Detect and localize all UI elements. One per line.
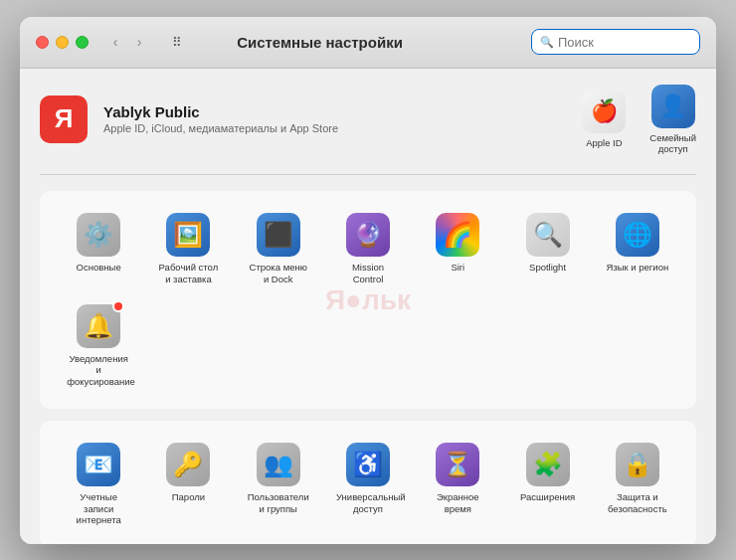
- titlebar: ‹ › ⠿ Системные настройки 🔍: [20, 17, 716, 69]
- item-passwords[interactable]: 🔑 Пароли: [145, 437, 231, 531]
- item-spotlight[interactable]: 🔍 Spotlight: [504, 207, 590, 290]
- osnovy-icon: ⚙️: [77, 213, 120, 257]
- security-icon: 🔒: [616, 443, 659, 486]
- mission-icon: 🔮: [346, 213, 390, 257]
- notif-badge: [112, 300, 124, 312]
- item-desktop[interactable]: 🖼️ Рабочий стол и заставка: [145, 207, 231, 290]
- item-security[interactable]: 🔒 Защита и безопасность: [595, 437, 680, 531]
- extensions-icon: 🧩: [526, 443, 570, 486]
- family-button[interactable]: 👤 Семейный доступ: [649, 85, 696, 155]
- screen-icon: ⏳: [436, 443, 479, 486]
- traffic-lights: [36, 36, 89, 49]
- item-osnovy[interactable]: ⚙️ Основные: [56, 207, 141, 290]
- item-siri[interactable]: 🌈 Siri: [415, 207, 500, 290]
- item-accounts[interactable]: 📧 Учетные записи интернета: [56, 437, 141, 531]
- item-notif[interactable]: 🔔 Уведомления и фокусирование: [56, 298, 141, 393]
- divider-1: [40, 174, 696, 175]
- grid-2: 📧 Учетные записи интернета 🔑 Пароли 👥 По…: [56, 437, 680, 531]
- item-screen[interactable]: ⏳ Экранное время: [415, 437, 500, 531]
- passwords-icon: 🔑: [166, 443, 210, 486]
- section-1: Я●льк ⚙️ Основные 🖼️ Рабочий стол и заст…: [40, 191, 696, 409]
- system-preferences-window: ‹ › ⠿ Системные настройки 🔍 Я Yablyk Pub…: [20, 17, 716, 544]
- user-name: Yablyk Public: [103, 103, 566, 120]
- user-info: Yablyk Public Apple ID, iCloud, медиамат…: [103, 103, 566, 134]
- family-icon: 👤: [651, 85, 695, 128]
- item-dock[interactable]: ⬛ Строка меню и Dock: [236, 207, 321, 290]
- dock-icon: ⬛: [257, 213, 300, 257]
- siri-icon: 🌈: [436, 213, 479, 257]
- item-extensions[interactable]: 🧩 Расширения: [504, 437, 590, 531]
- apple-id-icon: 🍎: [582, 90, 626, 133]
- section-2: 📧 Учетные записи интернета 🔑 Пароли 👥 По…: [40, 421, 696, 543]
- user-subtitle: Apple ID, iCloud, медиаматериалы и App S…: [103, 122, 566, 134]
- item-access[interactable]: ♿ Универсальный доступ: [325, 437, 411, 531]
- spotlight-icon: 🔍: [526, 213, 570, 257]
- accounts-icon: 📧: [77, 443, 120, 486]
- content-area: Я Yablyk Public Apple ID, iCloud, медиам…: [20, 69, 716, 544]
- grid-1: ⚙️ Основные 🖼️ Рабочий стол и заставка ⬛…: [56, 207, 680, 393]
- item-mission[interactable]: 🔮 Mission Control: [325, 207, 411, 290]
- window-title: Системные настройки: [120, 34, 519, 51]
- search-bar[interactable]: 🔍: [531, 29, 700, 55]
- desktop-icon: 🖼️: [166, 213, 210, 257]
- search-input[interactable]: [558, 35, 691, 50]
- search-icon: 🔍: [540, 36, 554, 49]
- user-section: Я Yablyk Public Apple ID, iCloud, медиам…: [40, 85, 696, 155]
- apple-id-label: Apple ID: [586, 137, 622, 148]
- apple-id-button[interactable]: 🍎 Apple ID: [582, 90, 626, 148]
- maximize-button[interactable]: [76, 36, 89, 49]
- lang-icon: 🌐: [616, 213, 659, 257]
- top-right-icons: 🍎 Apple ID 👤 Семейный доступ: [582, 85, 696, 155]
- item-users[interactable]: 👥 Пользователи и группы: [236, 437, 321, 531]
- access-icon: ♿: [346, 443, 390, 486]
- family-label: Семейный доступ: [649, 132, 696, 155]
- users-icon: 👥: [257, 443, 300, 486]
- user-avatar[interactable]: Я: [40, 95, 88, 143]
- notif-icon: 🔔: [77, 304, 120, 348]
- item-lang[interactable]: 🌐 Язык и регион: [595, 207, 680, 290]
- close-button[interactable]: [36, 36, 49, 49]
- minimize-button[interactable]: [56, 36, 69, 49]
